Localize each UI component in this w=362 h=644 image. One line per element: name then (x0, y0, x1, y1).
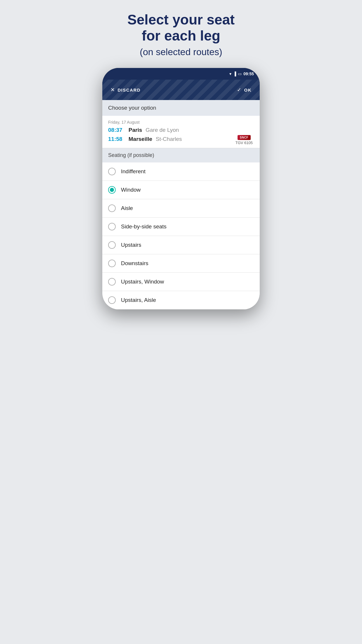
option-label-aisle: Aisle (121, 205, 133, 211)
radio-upstairs-aisle (108, 296, 116, 304)
radio-aisle (108, 204, 116, 212)
sncf-logo: SNCF (238, 135, 251, 140)
departure-station: Gare de Lyon (145, 127, 179, 133)
option-downstairs[interactable]: Downstairs (102, 254, 260, 273)
option-label-downstairs: Downstairs (121, 260, 148, 267)
page-header: Select your seat for each leg (on select… (127, 12, 235, 57)
option-aisle[interactable]: Aisle (102, 199, 260, 218)
arrival-station: St-Charles (156, 136, 182, 142)
option-label-indifferent: Indifferent (121, 168, 145, 175)
option-label-upstairs: Upstairs (121, 242, 141, 248)
radio-upstairs-window (108, 278, 116, 286)
wifi-icon: ▾ (229, 71, 231, 76)
discard-button[interactable]: ✕ DISCARD (110, 87, 140, 93)
close-icon: ✕ (110, 87, 115, 93)
train-number: TGV 6105 (236, 141, 253, 145)
status-icons: ▾ ▐ ▭ 09:55 (229, 71, 254, 76)
action-bar: ✕ DISCARD ✓ OK (102, 80, 260, 100)
seating-qualifier: (if possible) (127, 152, 154, 158)
seating-section-header: Seating (if possible) (102, 148, 260, 162)
status-time: 09:55 (243, 71, 254, 76)
option-label-window: Window (121, 187, 141, 193)
option-label-side-by-side: Side-by-side seats (121, 223, 166, 230)
radio-side-by-side (108, 223, 116, 230)
ok-button[interactable]: ✓ OK (237, 87, 252, 93)
battery-icon: ▭ (238, 71, 242, 76)
status-bar: ▾ ▐ ▭ 09:55 (102, 68, 260, 80)
radio-upstairs (108, 241, 116, 249)
radio-indifferent (108, 168, 116, 175)
radio-window (108, 186, 116, 194)
option-label-upstairs-aisle: Upstairs, Aisle (121, 297, 156, 303)
arrival-city: Marseille (129, 136, 152, 142)
signal-icon: ▐ (233, 71, 236, 76)
page-title: Select your seat for each leg (127, 12, 235, 44)
radio-downstairs (108, 260, 116, 267)
option-upstairs[interactable]: Upstairs (102, 236, 260, 254)
option-indifferent[interactable]: Indifferent (102, 162, 260, 181)
choose-section-header: Choose your option (102, 100, 260, 116)
check-icon: ✓ (237, 87, 242, 93)
route-info: Friday, 17 August 08:37 Paris Gare de Ly… (102, 116, 260, 148)
option-window[interactable]: Window (102, 181, 260, 199)
page-subtitle: (on selected routes) (127, 47, 235, 57)
route-date: Friday, 17 August (108, 120, 254, 125)
phone-frame: ▾ ▐ ▭ 09:55 ✕ DISCARD ✓ OK Choose your o… (102, 68, 260, 309)
route-departure-row: 08:37 Paris Gare de Lyon (108, 127, 254, 135)
option-upstairs-window[interactable]: Upstairs, Window (102, 273, 260, 291)
content-area: Choose your option Friday, 17 August 08:… (102, 100, 260, 309)
arrival-time: 11:58 (108, 136, 125, 142)
option-upstairs-aisle[interactable]: Upstairs, Aisle (102, 291, 260, 309)
option-label-upstairs-window: Upstairs, Window (121, 279, 164, 285)
route-arrival-row: 11:58 Marseille St-Charles SNCF TGV 6105 (108, 135, 254, 145)
option-side-by-side[interactable]: Side-by-side seats (102, 218, 260, 236)
departure-city: Paris (129, 127, 142, 133)
operator-badge: SNCF TGV 6105 (236, 135, 253, 145)
radio-inner-window (110, 188, 114, 192)
departure-time: 08:37 (108, 127, 125, 133)
